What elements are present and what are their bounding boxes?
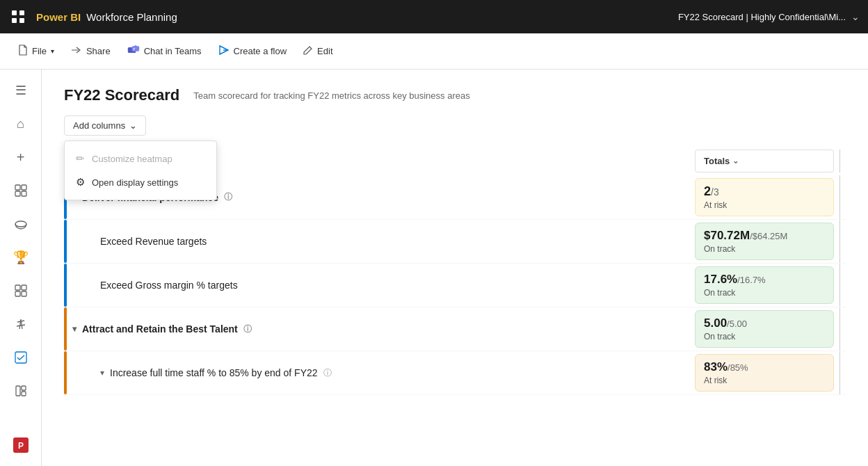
add-columns-dropdown: ✏ Customize heatmap ⚙ Open display setti… — [64, 140, 217, 200]
row-left-border — [64, 351, 67, 394]
table-row: Exceed Revenue targets $70.72M/$64.25M O… — [64, 220, 846, 264]
svg-rect-13 — [15, 285, 20, 290]
page-subtitle: Team scorecard for tracking FY22 metrics… — [193, 90, 469, 101]
flow-icon — [218, 45, 230, 58]
value-number: $70.72M — [704, 229, 750, 242]
svg-rect-1 — [19, 10, 24, 15]
page-header: FY22 Scorecard Team scorecard for tracki… — [64, 86, 846, 104]
svg-rect-9 — [22, 185, 26, 190]
report-title: Workforce Planning — [86, 11, 177, 23]
edit-button[interactable]: Edit — [296, 41, 339, 61]
value-cell-on-track: 17.6%/16.7% On track — [695, 266, 834, 304]
customize-heatmap-item[interactable]: ✏ Customize heatmap — [65, 147, 216, 170]
value-status: On track — [704, 288, 825, 298]
value-cell-on-track: 5.00/5.00 On track — [695, 310, 834, 348]
share-icon — [71, 45, 82, 57]
value-main: 5.00/5.00 — [704, 316, 825, 330]
value-target: /16.7% — [737, 275, 765, 285]
value-status: On track — [704, 332, 825, 342]
value-main: 2/3 — [704, 184, 825, 199]
row-left-border — [64, 264, 67, 307]
value-target: /$64.25M — [750, 231, 787, 241]
sidebar-create[interactable]: + — [6, 142, 36, 172]
row-child-title: Exceed Revenue targets — [100, 236, 207, 247]
value-number: 17.6% — [704, 273, 737, 286]
sidebar-data-hub[interactable] — [6, 209, 36, 239]
svg-point-12 — [15, 221, 26, 227]
svg-rect-19 — [22, 386, 26, 390]
sidebar-profile[interactable]: P — [6, 430, 36, 460]
sidebar-browse[interactable] — [6, 175, 36, 206]
row-label-child: Exceed Gross margin % targets — [72, 266, 695, 305]
customize-heatmap-label: Customize heatmap — [92, 154, 172, 164]
value-number: 5.00 — [704, 316, 727, 330]
file-chevron-icon: ▾ — [51, 47, 54, 55]
svg-rect-2 — [12, 18, 17, 23]
svg-rect-8 — [15, 185, 20, 190]
value-target: /3 — [711, 186, 719, 198]
row-label-section: ▾ Attract and Retain the Best Talent ⓘ — [72, 310, 695, 348]
sidebar-learn[interactable] — [6, 309, 36, 339]
open-display-settings-item[interactable]: ⚙ Open display settings — [65, 170, 216, 194]
section-chevron-icon[interactable]: ▾ — [72, 324, 77, 334]
top-bar: Power BI Workforce Planning FY22 Scoreca… — [0, 0, 868, 33]
scorecard-label: FY22 Scorecard | Highly Confidential\Mi.… — [678, 12, 846, 22]
value-main: 83%/85% — [704, 360, 825, 374]
svg-text:P: P — [17, 441, 23, 451]
share-button[interactable]: Share — [64, 41, 118, 61]
sidebar-workspaces[interactable] — [6, 376, 36, 406]
value-main: $70.72M/$64.25M — [704, 229, 825, 243]
info-icon: ⓘ — [224, 191, 232, 203]
totals-chevron-icon: ⌄ — [732, 156, 739, 166]
row-left-border — [64, 307, 67, 351]
sidebar-home[interactable]: ⌂ — [6, 109, 36, 139]
sidebar: ☰ ⌂ + 🏆 — [0, 70, 42, 466]
toolbar: File ▾ Share T Chat in Teams — [0, 33, 868, 70]
apps-grid-icon[interactable] — [8, 7, 28, 26]
layout: ☰ ⌂ + 🏆 — [0, 70, 868, 466]
row-section-title: Attract and Retain the Best Talent — [82, 323, 238, 335]
add-columns-wrapper: Add columns ⌄ ✏ Customize heatmap ⚙ Open… — [64, 115, 146, 136]
svg-rect-11 — [22, 191, 26, 196]
sidebar-menu-toggle[interactable]: ☰ — [6, 75, 36, 106]
add-columns-button[interactable]: Add columns ⌄ — [64, 115, 146, 136]
svg-rect-0 — [12, 10, 17, 15]
value-number: 83% — [704, 360, 728, 373]
create-flow-button[interactable]: Create a flow — [211, 40, 294, 62]
main-content: FY22 Scorecard Team scorecard for tracki… — [42, 70, 868, 466]
file-button[interactable]: File ▾ — [11, 40, 61, 62]
info-icon: ⓘ — [323, 367, 332, 379]
row-left-border — [64, 220, 67, 263]
add-columns-label: Add columns — [73, 120, 125, 131]
sidebar-apps[interactable] — [6, 275, 36, 306]
section-chevron-icon[interactable]: ▾ — [100, 368, 104, 378]
value-target: /85% — [728, 362, 748, 373]
value-number: 2 — [704, 184, 711, 198]
brand-logo: Power BI Workforce Planning — [36, 11, 177, 23]
svg-text:T: T — [133, 48, 135, 51]
value-target: /5.00 — [727, 319, 747, 329]
value-main: 17.6%/16.7% — [704, 273, 825, 287]
svg-rect-15 — [15, 291, 20, 296]
svg-rect-16 — [22, 291, 26, 296]
svg-rect-3 — [19, 18, 24, 23]
totals-column-header[interactable]: Totals ⌄ — [695, 150, 834, 172]
add-columns-chevron-icon: ⌄ — [129, 120, 137, 131]
row-child-title: Increase full time staff % to 85% by end… — [110, 367, 318, 378]
table-row: ▾ Increase full time staff % to 85% by e… — [64, 351, 846, 395]
value-status: On track — [704, 244, 825, 254]
file-icon — [18, 45, 28, 58]
svg-rect-18 — [16, 386, 20, 396]
customize-heatmap-icon: ✏ — [76, 152, 85, 165]
totals-label: Totals — [704, 156, 730, 166]
value-cell-on-track: $70.72M/$64.25M On track — [695, 223, 834, 260]
row-label-child: Exceed Revenue targets — [72, 222, 695, 261]
value-cell-at-risk: 83%/85% At risk — [695, 354, 834, 392]
value-status: At risk — [704, 200, 825, 210]
sidebar-scorecard[interactable] — [6, 342, 36, 373]
sidebar-goals[interactable]: 🏆 — [6, 242, 36, 273]
row-child-title: Exceed Gross margin % targets — [100, 280, 238, 291]
value-cell-at-risk: 2/3 At risk — [695, 178, 834, 216]
top-bar-chevron-icon[interactable]: ⌄ — [851, 11, 860, 22]
chat-teams-button[interactable]: T Chat in Teams — [120, 40, 209, 62]
